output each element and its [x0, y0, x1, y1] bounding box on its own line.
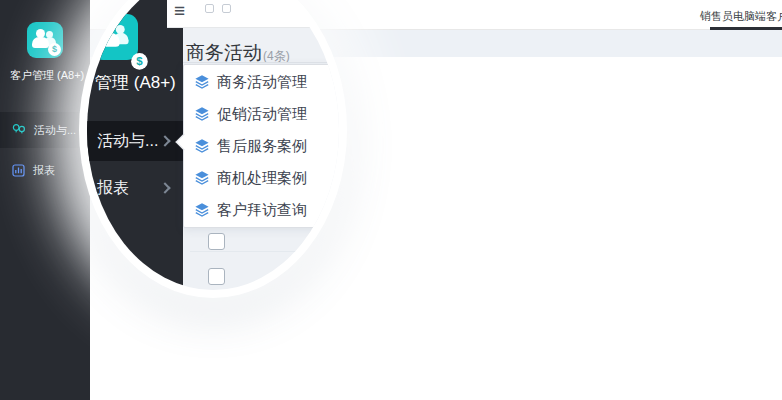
layers-icon	[194, 106, 210, 122]
menu-item-opportunity-case[interactable]: 商机处理案例	[184, 162, 339, 194]
dollar-badge-icon: $	[131, 53, 148, 70]
balloons-icon	[12, 123, 26, 137]
sidebar-item-activity[interactable]: 活动与...	[0, 112, 90, 148]
menu-item-aftersales-case[interactable]: 售后服务案例	[184, 130, 339, 162]
row-checkbox-magnified[interactable]	[208, 268, 225, 285]
menu-item-label: 售后服务案例	[217, 137, 307, 156]
menu-item-promo-activity[interactable]: 促销活动管理	[184, 98, 339, 130]
title-divider	[183, 62, 339, 63]
layers-icon	[194, 202, 210, 218]
dollar-badge-icon: $	[48, 43, 61, 56]
menu-item-customer-visit[interactable]: 客户拜访查询	[184, 194, 339, 226]
submenu-panel: 商务活动管理 促销活动管理 售后服务案例	[183, 64, 339, 228]
menu-item-label: 商机处理案例	[217, 169, 307, 188]
tab-sales-client[interactable]: 销售员电脑端客户管	[700, 9, 782, 24]
menu-item-label: 促销活动管理	[217, 105, 307, 124]
app-title-magnified: 管理 (A8+)	[95, 71, 176, 94]
layers-icon	[194, 74, 210, 90]
sidebar-item-report[interactable]: 报表	[0, 152, 90, 188]
tab-active-underline	[710, 27, 782, 30]
sidebar: $ 客户管理 (A8+) 活动与... 报表	[0, 0, 90, 400]
menu-item-business-activity[interactable]: 商务活动管理	[184, 66, 339, 98]
users-icon: $	[27, 22, 63, 58]
topbar-mini-icon	[222, 4, 231, 13]
sidebar-item-label: 报表	[33, 163, 55, 178]
layers-icon	[194, 138, 210, 154]
menu-item-label: 商务活动管理	[217, 73, 307, 92]
layers-icon	[194, 170, 210, 186]
topbar-mini-icon	[205, 4, 214, 13]
sidebar-item-label: 活动与...	[34, 123, 76, 138]
hamburger-menu-icon[interactable]: ≡	[174, 0, 185, 22]
row-checkbox-magnified[interactable]	[208, 233, 225, 250]
sidebar-item-label: 活动与...	[97, 131, 158, 152]
app-title: 客户管理 (A8+)	[10, 68, 84, 83]
bar-chart-icon	[12, 164, 25, 177]
crm-app-icon[interactable]: $	[27, 22, 63, 58]
sidebar-item-label[interactable]: 报表	[97, 178, 129, 199]
magnifier-content: ≡ $ 管理 (A8+) 活动与... 报表 商务活动 (4条) 商务	[87, 0, 339, 290]
menu-item-label: 客户拜访查询	[217, 201, 307, 220]
